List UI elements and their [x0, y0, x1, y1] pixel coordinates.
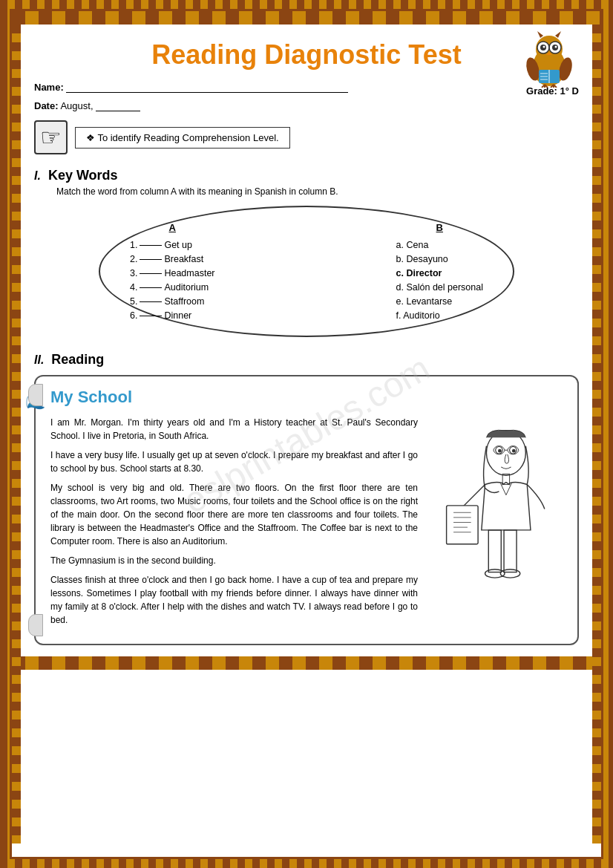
page-border: eslprintables.com Reading Diagnostic Tes… — [0, 0, 613, 868]
objective-box: ☞ ❖ To identify Reading Comprehension Le… — [34, 120, 579, 154]
border-top — [12, 11, 601, 25]
svg-point-30 — [498, 449, 502, 453]
scroll-curl-bottom — [28, 614, 43, 636]
owl-icon — [519, 28, 579, 88]
reading-text-block: I am Mr. Morgan. I'm thirty years old an… — [50, 416, 418, 633]
list-item: 5. Staffroom — [130, 296, 215, 307]
svg-rect-41 — [504, 530, 517, 572]
svg-point-11 — [543, 46, 545, 48]
matching-oval: A 1. Get up 2. Breakfast 3. Headma — [99, 206, 514, 337]
col-a-header: A — [130, 222, 215, 233]
svg-marker-3 — [555, 31, 561, 38]
header: Reading Diagnostic Test — [34, 36, 579, 71]
section1-num: I. — [34, 169, 41, 183]
name-grade-row: Name: Grade: 1° D — [34, 82, 579, 97]
section1-title: I. Key Words — [34, 168, 579, 183]
list-item: 2. Breakfast — [130, 254, 215, 264]
date-underline — [96, 111, 140, 111]
para-3: My school is very big and old. There are… — [50, 481, 418, 548]
list-item: f. Auditorio — [396, 310, 483, 321]
blank-3[interactable] — [140, 273, 162, 274]
svg-marker-2 — [537, 31, 543, 38]
blank-6[interactable] — [140, 316, 162, 316]
name-field: Name: — [34, 82, 348, 93]
teacher-illustration — [429, 416, 563, 619]
section1-instruction: Match the word from column A with its me… — [56, 186, 579, 197]
page-title: Reading Diagnostic Test — [151, 39, 461, 71]
svg-rect-40 — [488, 530, 501, 572]
name-label: Name: — [34, 82, 64, 93]
objective-text: ❖ To identify Reading Comprehension Leve… — [75, 127, 290, 149]
list-item: b. Desayuno — [396, 254, 483, 264]
section-reading: II. Reading 🌊 My School I am Mr. Morgan.… — [34, 352, 579, 645]
para-4: The Gymnasium is in the second building. — [50, 554, 418, 567]
para-1: I am Mr. Morgan. I'm thirty years old an… — [50, 416, 418, 443]
list-item: a. Cena — [396, 240, 483, 250]
col-b-header: B — [396, 222, 483, 233]
blank-5[interactable] — [140, 301, 162, 302]
svg-point-31 — [512, 449, 516, 453]
scroll-curl-top — [28, 384, 43, 406]
column-a: A 1. Get up 2. Breakfast 3. Headma — [130, 222, 215, 321]
date-field: Date: August, — [34, 100, 579, 111]
date-prefix: August, — [60, 100, 93, 111]
reading-card: 🌊 My School I am Mr. Morgan. I'm thirty … — [34, 375, 579, 645]
list-item: 4. Auditorium — [130, 282, 215, 293]
list-item: c. Director — [396, 268, 483, 278]
column-b: B a. Cena b. Desayuno c. Director d. Sal… — [396, 222, 483, 321]
para-2: I have a very busy life. I usually get u… — [50, 448, 418, 475]
name-underline — [66, 92, 348, 93]
border-right — [592, 25, 601, 843]
section2-heading: Reading — [51, 352, 104, 368]
reading-content: I am Mr. Morgan. I'm thirty years old an… — [50, 416, 563, 633]
border-left — [12, 25, 21, 843]
list-item: 1. Get up — [130, 240, 215, 250]
date-label: Date: — [34, 100, 59, 111]
svg-point-43 — [500, 570, 519, 578]
blank-2[interactable] — [140, 259, 162, 260]
svg-rect-34 — [447, 506, 479, 544]
section-key-words: I. Key Words Match the word from column … — [34, 168, 579, 337]
section2-num: II. — [34, 353, 44, 367]
hand-pointer-icon: ☞ — [34, 120, 68, 154]
section1-heading: Key Words — [48, 168, 118, 183]
list-item: e. Levantarse — [396, 296, 483, 307]
list-item: d. Salón del personal — [396, 282, 483, 293]
svg-point-12 — [555, 46, 557, 48]
blank-1[interactable] — [140, 245, 162, 246]
list-item: 6. Dinner — [130, 310, 215, 321]
page-inner: eslprintables.com Reading Diagnostic Tes… — [10, 9, 603, 859]
blank-4[interactable] — [140, 287, 162, 288]
list-item: 3. Headmaster — [130, 268, 215, 278]
section2-title: II. Reading — [34, 352, 579, 368]
border-bottom — [12, 656, 601, 670]
svg-point-42 — [485, 570, 505, 578]
para-5: Classes finish at three o'clock and then… — [50, 573, 418, 627]
reading-title: My School — [50, 388, 563, 407]
